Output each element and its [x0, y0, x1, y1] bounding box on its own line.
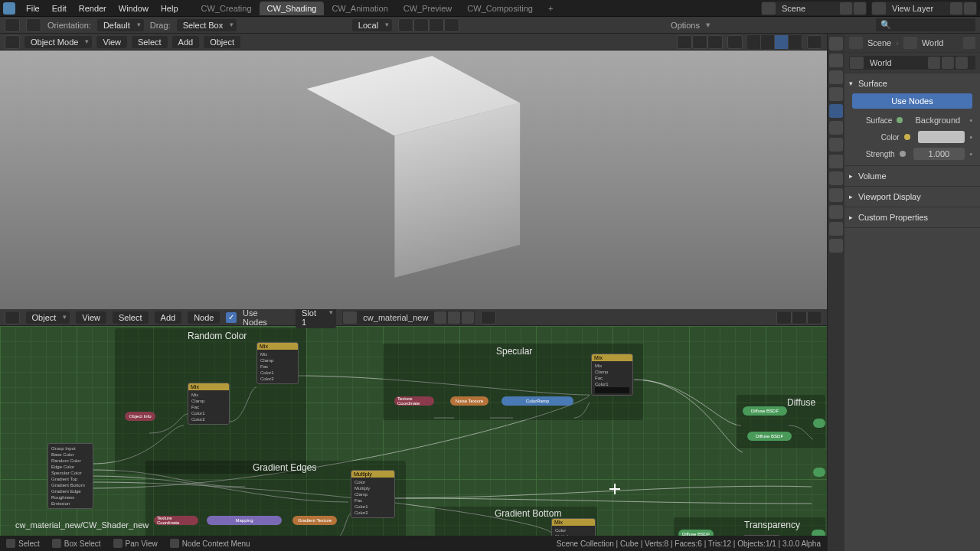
tab-shading[interactable]: CW_Shading — [260, 2, 325, 15]
viewlayer-name[interactable]: View Layer — [887, 2, 949, 15]
vp-menu-view[interactable]: View — [96, 36, 127, 48]
viewlayer-datablock[interactable]: View Layer — [871, 2, 977, 15]
cube-object[interactable] — [337, 90, 490, 243]
material-name[interactable]: cw_material_new — [358, 311, 433, 324]
node-diffuse-bsdf-2[interactable]: Diffuse BSDF — [747, 432, 792, 441]
snap-target-button[interactable] — [413, 18, 429, 32]
node-multiply[interactable]: Multiply Color Multiply Clamp Fac Color1… — [351, 470, 395, 518]
strength-value[interactable]: 1.000 — [913, 148, 965, 160]
node-mapping[interactable]: Mapping — [207, 516, 282, 525]
pin-icon[interactable] — [481, 311, 496, 324]
world-datablock[interactable]: World — [849, 56, 975, 70]
pivot-dropdown[interactable]: Local — [352, 19, 392, 31]
ne-menu-view[interactable]: View — [76, 311, 106, 324]
shading-mode[interactable] — [747, 35, 802, 49]
node-mix-2[interactable]: Mix Mix Clamp Fac Color1 Color2 — [188, 383, 230, 425]
color-menu-icon[interactable]: • — [969, 132, 972, 142]
xray-button[interactable] — [727, 35, 743, 49]
node-editor[interactable]: Object View Select Add Node ✓ Use Nodes … — [0, 309, 827, 551]
tab-scene-icon[interactable] — [829, 87, 843, 101]
proportional-button[interactable] — [429, 18, 444, 32]
menu-edit[interactable]: Edit — [46, 4, 73, 13]
node-texcoord-spec[interactable]: Texture Coordinate — [394, 396, 434, 406]
tab-physics-icon[interactable] — [829, 171, 843, 185]
world-unlink-button[interactable] — [956, 57, 968, 69]
use-nodes-button[interactable]: Use Nodes — [852, 93, 972, 109]
app-logo-icon[interactable] — [3, 2, 15, 15]
world-breadcrumb[interactable]: World — [922, 38, 944, 47]
vp-menu-add[interactable]: Add — [172, 36, 200, 48]
editor-type-icon[interactable] — [5, 35, 20, 49]
tab-particles-icon[interactable] — [829, 155, 843, 168]
visibility-icon[interactable] — [677, 35, 692, 49]
node-add-shader[interactable] — [813, 419, 825, 428]
surface-value[interactable]: Background — [910, 114, 965, 126]
world-new-button[interactable] — [942, 57, 954, 69]
tab-viewlayer-icon[interactable] — [829, 70, 843, 84]
shade-material-icon[interactable] — [775, 35, 789, 49]
shading-options-icon[interactable] — [807, 35, 822, 49]
ne-menu-add[interactable]: Add — [155, 311, 182, 324]
tab-modifiers-icon[interactable] — [829, 138, 843, 152]
material-unlink-button[interactable] — [462, 311, 474, 324]
overlay-icon[interactable] — [707, 35, 723, 49]
parent-tree-icon[interactable] — [776, 311, 792, 324]
viewport-display-panel-header[interactable]: Viewport Display — [849, 190, 975, 204]
pin-props-icon[interactable] — [963, 37, 975, 49]
custom-properties-panel-header[interactable]: Custom Properties — [849, 210, 975, 224]
node-object-info[interactable]: Object Info — [125, 412, 155, 421]
tab-output-icon[interactable] — [829, 54, 843, 67]
snap-button[interactable] — [398, 18, 413, 32]
orientation-dropdown[interactable]: Default — [97, 19, 144, 31]
node-diffuse-bsdf-1[interactable]: Diffuse BSDF — [743, 406, 787, 416]
node-add-shader-2[interactable] — [813, 468, 825, 477]
viewlayer-delete-button[interactable] — [964, 2, 976, 15]
material-copy-button[interactable] — [448, 311, 460, 324]
tab-object-icon[interactable] — [829, 121, 843, 135]
material-new-button[interactable] — [434, 311, 446, 324]
ne-menu-select[interactable]: Select — [113, 311, 149, 324]
menu-help[interactable]: Help — [155, 4, 185, 13]
tab-animation[interactable]: CW_Animation — [324, 2, 395, 15]
tab-material-icon[interactable] — [829, 222, 843, 236]
node-mix-1[interactable]: Mix Mix Clamp Fac Color1 Color2 — [256, 342, 299, 384]
strength-menu-icon[interactable]: • — [969, 149, 972, 158]
node-noise-texture[interactable]: Noise Texture — [450, 396, 488, 406]
cursor-tool-icon[interactable] — [5, 18, 20, 32]
node-colorramp[interactable]: ColorRamp — [501, 396, 573, 406]
shade-wire-icon[interactable] — [747, 35, 761, 49]
scene-breadcrumb[interactable]: Scene — [867, 38, 891, 47]
material-datablock[interactable]: cw_material_new — [342, 311, 475, 324]
node-editor-type-icon[interactable] — [5, 311, 20, 324]
node-mix-spec[interactable]: Mix Mix Clamp Fac Color1 — [591, 354, 633, 396]
volume-panel-header[interactable]: Volume — [849, 169, 975, 183]
tab-data-icon[interactable] — [829, 205, 843, 219]
vp-menu-select[interactable]: Select — [132, 36, 168, 48]
menu-render[interactable]: Render — [73, 4, 113, 13]
tab-add[interactable]: + — [541, 2, 560, 15]
drag-dropdown[interactable]: Select Box — [177, 19, 237, 31]
options-label[interactable]: Options — [671, 21, 700, 30]
gizmo-icon[interactable] — [692, 35, 707, 49]
menu-file[interactable]: File — [20, 4, 46, 13]
node-overlay-icon[interactable] — [807, 311, 822, 324]
shade-solid-icon[interactable] — [761, 35, 775, 49]
node-gradient-texture[interactable]: Gradient Texture — [292, 516, 337, 525]
tab-world-icon[interactable] — [829, 104, 843, 118]
surface-menu-icon[interactable]: • — [969, 116, 972, 125]
tab-preview[interactable]: CW_Preview — [396, 2, 460, 15]
proportional-type-button[interactable] — [444, 18, 459, 32]
menu-window[interactable]: Window — [113, 4, 155, 13]
node-type-dropdown[interactable]: Object — [26, 311, 70, 324]
tab-render-icon[interactable] — [829, 37, 843, 51]
mode-dropdown[interactable]: Object Mode — [24, 36, 92, 48]
snap-node-icon[interactable] — [792, 311, 807, 324]
tab-compositing[interactable]: CW_Compositing — [459, 2, 541, 15]
ne-menu-node[interactable]: Node — [188, 311, 220, 324]
vp-menu-object[interactable]: Object — [204, 36, 240, 48]
node-group-input[interactable]: Group Input Base Color Random Color Edge… — [47, 443, 93, 509]
shade-rendered-icon[interactable] — [789, 35, 802, 49]
surface-panel-header[interactable]: Surface — [849, 77, 975, 90]
viewlayer-new-button[interactable] — [950, 2, 962, 15]
surface-socket-icon[interactable] — [897, 117, 903, 123]
